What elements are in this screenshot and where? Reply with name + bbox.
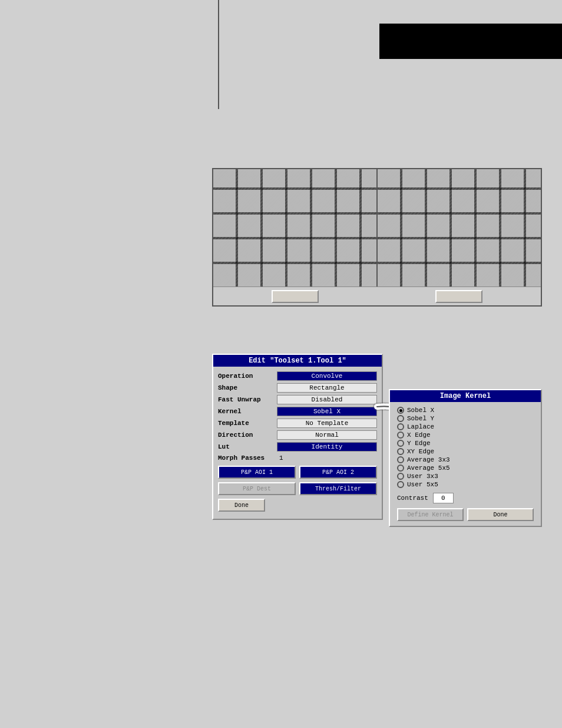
label-direction: Direction <box>218 431 277 439</box>
radio-y-edge-label: Y Edge <box>407 440 431 447</box>
label-operation: Operation <box>218 373 277 380</box>
radio-average-5x5[interactable]: Average 5x5 <box>397 465 534 472</box>
image-kernel-dialog: Image Kernel Sobel X Sobel Y Laplace X E… <box>389 389 542 527</box>
radio-y-edge-circle <box>397 440 404 447</box>
field-shape: Shape Rectangle <box>218 383 377 393</box>
dialog-buttons-row-2: P&P Dest Thresh/Filter <box>218 482 377 495</box>
done-button[interactable]: Done <box>218 499 265 512</box>
value-lut: Identity <box>277 442 377 452</box>
kernel-dialog-title: Image Kernel <box>390 390 541 402</box>
field-direction: Direction Normal <box>218 430 377 440</box>
left-image-button[interactable] <box>272 290 319 303</box>
radio-average-3x3-label: Average 3x3 <box>407 456 450 463</box>
radio-user-5x5-circle <box>397 481 404 488</box>
pnp-aoi-1-button[interactable]: P&P AOI 1 <box>218 466 296 479</box>
value-operation: Convolve <box>277 371 377 381</box>
radio-average-3x3-circle <box>397 456 404 463</box>
edit-dialog-title: Edit "Toolset 1.Tool 1" <box>213 355 382 367</box>
radio-user-5x5-label: User 5x5 <box>407 481 438 488</box>
radio-sobel-x[interactable]: Sobel X <box>397 407 534 414</box>
top-black-bar <box>379 24 562 59</box>
right-image-button[interactable] <box>435 290 482 303</box>
radio-average-5x5-label: Average 5x5 <box>407 465 450 472</box>
image-panel-buttons <box>213 286 541 305</box>
value-template: No Template <box>277 419 377 428</box>
value-shape: Rectangle <box>277 383 377 393</box>
image-left <box>213 169 378 286</box>
radio-laplace-circle <box>397 423 404 430</box>
radio-sobel-x-circle <box>397 407 404 414</box>
radio-xy-edge[interactable]: XY Edge <box>397 448 534 455</box>
value-direction: Normal <box>277 430 377 440</box>
radio-user-3x3-circle <box>397 473 404 480</box>
kernel-done-button[interactable]: Done <box>467 508 534 521</box>
value-fast-unwrap: Disabled <box>277 395 377 404</box>
label-kernel: Kernel <box>218 408 277 415</box>
image-comparison-panel <box>212 168 542 307</box>
radio-user-3x3-label: User 3x3 <box>407 473 438 480</box>
label-fast-unwrap: Fast Unwrap <box>218 396 277 403</box>
radio-user-5x5[interactable]: User 5x5 <box>397 481 534 488</box>
define-kernel-button[interactable]: Define Kernel <box>397 508 464 521</box>
radio-x-edge-label: X Edge <box>407 431 431 439</box>
contrast-input[interactable] <box>433 493 454 503</box>
dialog-buttons-row-1: P&P AOI 1 P&P AOI 2 <box>218 466 377 479</box>
dialog-buttons-row-3: Done <box>218 499 377 512</box>
edit-toolset-dialog: Edit "Toolset 1.Tool 1" Operation Convol… <box>212 354 383 520</box>
field-morph-passes: Morph Passes 1 <box>218 454 377 462</box>
image-right <box>378 169 541 286</box>
radio-sobel-y[interactable]: Sobel Y <box>397 415 534 422</box>
radio-sobel-y-circle <box>397 415 404 422</box>
contrast-row: Contrast <box>397 493 534 503</box>
value-kernel: Sobel X <box>277 407 377 416</box>
field-kernel: Kernel Sobel X <box>218 407 377 416</box>
field-template: Template No Template <box>218 419 377 428</box>
radio-xy-edge-circle <box>397 448 404 455</box>
thresh-filter-button[interactable]: Thresh/Filter <box>299 482 377 495</box>
radio-xy-edge-label: XY Edge <box>407 448 434 455</box>
pnp-dest-button[interactable]: P&P Dest <box>218 482 296 495</box>
label-morph-passes: Morph Passes <box>218 454 277 462</box>
radio-laplace-label: Laplace <box>407 423 434 430</box>
radio-laplace[interactable]: Laplace <box>397 423 534 430</box>
pnp-aoi-2-button[interactable]: P&P AOI 2 <box>299 466 377 479</box>
radio-sobel-x-label: Sobel X <box>407 407 434 414</box>
radio-x-edge[interactable]: X Edge <box>397 431 534 439</box>
radio-average-3x3[interactable]: Average 3x3 <box>397 456 534 463</box>
radio-average-5x5-circle <box>397 465 404 472</box>
contrast-label: Contrast <box>397 495 428 502</box>
field-operation: Operation Convolve <box>218 371 377 381</box>
value-morph-passes: 1 <box>277 454 377 462</box>
vertical-line <box>218 0 219 109</box>
radio-sobel-y-label: Sobel Y <box>407 415 434 422</box>
field-lut: Lut Identity <box>218 442 377 452</box>
kernel-buttons: Define Kernel Done <box>397 508 534 521</box>
radio-x-edge-circle <box>397 431 404 439</box>
field-fast-unwrap: Fast Unwrap Disabled <box>218 395 377 404</box>
label-template: Template <box>218 420 277 427</box>
radio-user-3x3[interactable]: User 3x3 <box>397 473 534 480</box>
label-shape: Shape <box>218 384 277 391</box>
label-lut: Lut <box>218 443 277 450</box>
radio-y-edge[interactable]: Y Edge <box>397 440 534 447</box>
